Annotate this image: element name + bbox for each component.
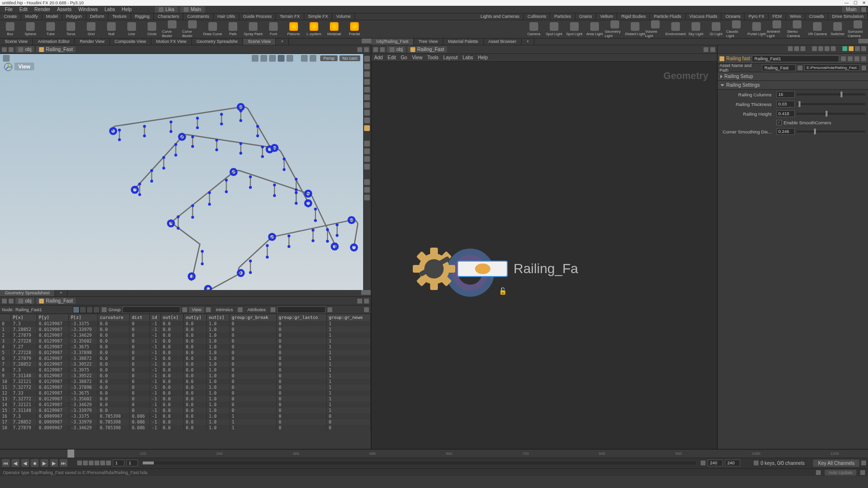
param-tool-5-icon[interactable] xyxy=(818,46,823,51)
net-menu-edit[interactable]: Edit xyxy=(388,55,396,60)
shelf-tab[interactable]: Grains xyxy=(575,13,597,20)
shelf-tool[interactable]: Ambient Light xyxy=(767,20,787,38)
param-tool-2-icon[interactable] xyxy=(794,46,799,51)
shelf-tool[interactable]: Switcher xyxy=(827,20,848,38)
forward-icon[interactable] xyxy=(9,47,14,52)
menu-file[interactable]: File xyxy=(2,6,15,13)
spreadsheet-tab[interactable]: Geometry Spreadsheet xyxy=(0,290,55,296)
pane-tab[interactable]: Asset Browser xyxy=(484,39,522,45)
table-row[interactable]: 57.272280.0129987-3.378980.00-10.00.01.0… xyxy=(0,350,371,356)
net-link-icon[interactable] xyxy=(710,47,715,52)
lock-range-icon[interactable] xyxy=(701,461,705,465)
clear-filter-icon[interactable] xyxy=(327,307,332,312)
table-row[interactable]: 167.30.0989987-3.33750.7853980.086-10.00… xyxy=(0,413,371,419)
shelf-tab[interactable]: FEM xyxy=(769,13,786,20)
param-tool-6-icon[interactable] xyxy=(825,46,829,51)
tl-opt1-icon[interactable] xyxy=(77,461,82,465)
maximize-icon[interactable]: ☐ xyxy=(854,0,857,5)
pin-icon[interactable] xyxy=(357,47,362,52)
railing-columns-input[interactable] xyxy=(776,91,795,98)
table-row[interactable]: 27.278790.0129987-3.346290.00-10.00.01.0… xyxy=(0,332,371,338)
net-forward-icon[interactable] xyxy=(380,47,385,52)
param-tool-1-icon[interactable] xyxy=(788,46,793,51)
reload-icon[interactable] xyxy=(841,56,846,61)
playhead[interactable] xyxy=(68,449,74,458)
light-icon[interactable] xyxy=(364,79,370,85)
shelf-tab[interactable]: Rigid Bodies xyxy=(617,13,650,20)
ss-pin-icon[interactable] xyxy=(357,299,362,303)
table-row[interactable]: 107.321210.0129987-3.388720.00-10.00.01.… xyxy=(0,379,371,384)
net-breadcrumb-obj[interactable]: obj xyxy=(387,46,406,53)
menu-labs[interactable]: Labs xyxy=(102,6,118,13)
shelf-tool[interactable]: GI Light xyxy=(706,20,726,38)
desktop-tab-lika[interactable]: Lika xyxy=(155,6,178,13)
table-row[interactable]: 157.311480.0129987-3.339790.00-10.00.01.… xyxy=(0,408,371,413)
view-button[interactable]: View xyxy=(189,307,204,313)
shelf-tool[interactable]: Circle xyxy=(142,20,162,38)
table-row[interactable]: 137.327720.0129987-3.356020.00-10.00.01.… xyxy=(0,396,371,402)
param-tool-9-icon[interactable] xyxy=(849,46,854,51)
shelf-tab[interactable]: Texture xyxy=(108,13,131,20)
pane-tab[interactable]: Geometry Spreadshe xyxy=(192,39,244,45)
pane-tab[interactable]: Scene View xyxy=(0,39,33,45)
column-header[interactable]: out[x] xyxy=(161,314,184,321)
keys-icon[interactable] xyxy=(754,461,759,465)
pane-tab[interactable]: Material Palette xyxy=(443,39,484,45)
shelf-tab[interactable]: Volume xyxy=(332,13,355,20)
column-header[interactable]: P[x] xyxy=(11,314,37,321)
corner-smoothing-slider[interactable] xyxy=(797,131,865,132)
shelf-tool[interactable]: Stereo Camera xyxy=(787,20,807,38)
detail-mode-button[interactable] xyxy=(93,306,100,313)
param-tool-7-icon[interactable] xyxy=(831,46,836,51)
shelf-tab[interactable]: Crowds xyxy=(805,13,828,20)
shelf-tab[interactable]: Terrain FX xyxy=(276,13,304,20)
ss-breadcrumb-obj[interactable]: obj xyxy=(15,298,34,304)
end-frame-input-2[interactable] xyxy=(725,460,740,466)
shelf-tool[interactable]: Sky Light xyxy=(686,20,706,38)
column-header[interactable]: group:gr_lastco xyxy=(277,314,327,321)
shelf-tool[interactable]: Curve Bezier xyxy=(162,20,182,38)
shelf-tab[interactable]: Drive Simulation xyxy=(828,13,868,20)
breadcrumb-node[interactable]: Railing_Fast xyxy=(36,46,76,53)
main-desktop-label[interactable]: Main xyxy=(842,6,860,13)
param-help-icon[interactable] xyxy=(861,46,866,51)
table-row[interactable]: 177.288520.0989987-3.339790.7853980.086-… xyxy=(0,419,371,425)
spreadsheet-table[interactable]: P[x]P[y]P[z]curvaturedistidout[x]out[y]o… xyxy=(0,314,371,449)
minimize-icon[interactable]: — xyxy=(844,0,849,5)
shelf-tool[interactable]: Area Light xyxy=(584,20,605,38)
next-keyframe-button[interactable]: ▶ xyxy=(50,459,58,467)
table-row[interactable]: 17.288520.0129987-3.339790.00-10.00.01.0… xyxy=(0,327,371,332)
ss-back-icon[interactable] xyxy=(2,299,7,303)
shelf-tool[interactable]: Spot Light xyxy=(564,20,584,38)
shelf-tool[interactable]: Surround Camera xyxy=(848,20,868,38)
node-body[interactable] xyxy=(457,261,508,277)
shelf-tab[interactable]: Model xyxy=(42,13,63,20)
shelf-tool[interactable]: Spot Light xyxy=(544,20,564,38)
shade-icon[interactable] xyxy=(364,56,370,62)
pane-tab[interactable]: Scene View xyxy=(243,39,276,45)
intrinsics-button[interactable]: Intrinsics xyxy=(213,307,236,313)
normal-icon[interactable] xyxy=(364,102,370,108)
frame-input-2[interactable] xyxy=(126,460,138,466)
material-icon[interactable] xyxy=(364,87,370,92)
construct-icon[interactable] xyxy=(364,179,370,185)
menu-render[interactable]: Render xyxy=(31,6,53,13)
table-row[interactable]: 77.288520.0129987-3.395220.00-10.00.01.0… xyxy=(0,361,371,367)
shelf-tool[interactable]: Line xyxy=(122,20,142,38)
shelf-tab[interactable]: Viscous Fluids xyxy=(686,13,722,20)
shelf-tab[interactable]: Create xyxy=(0,13,21,20)
verts-mode-button[interactable] xyxy=(80,306,86,313)
close-icon[interactable]: ✕ xyxy=(862,0,866,5)
breadcrumb-obj[interactable]: obj xyxy=(15,46,34,53)
shelf-tab[interactable]: Particle Fluids xyxy=(650,13,686,20)
stop-button[interactable]: ■ xyxy=(31,459,39,467)
pane-opt-icon[interactable] xyxy=(863,39,868,43)
table-row[interactable]: 117.327720.0129987-3.378980.00-10.00.01.… xyxy=(0,384,371,390)
pane-tab[interactable]: Tree View xyxy=(414,39,443,45)
prim-icon[interactable] xyxy=(364,118,370,123)
ss-link-icon[interactable] xyxy=(364,299,369,303)
tl-opt2-icon[interactable] xyxy=(83,461,88,465)
shelf-tool[interactable]: Camera xyxy=(524,20,544,38)
pane-max-icon[interactable] xyxy=(362,39,366,43)
shelf-tab[interactable]: Characters xyxy=(154,13,183,20)
